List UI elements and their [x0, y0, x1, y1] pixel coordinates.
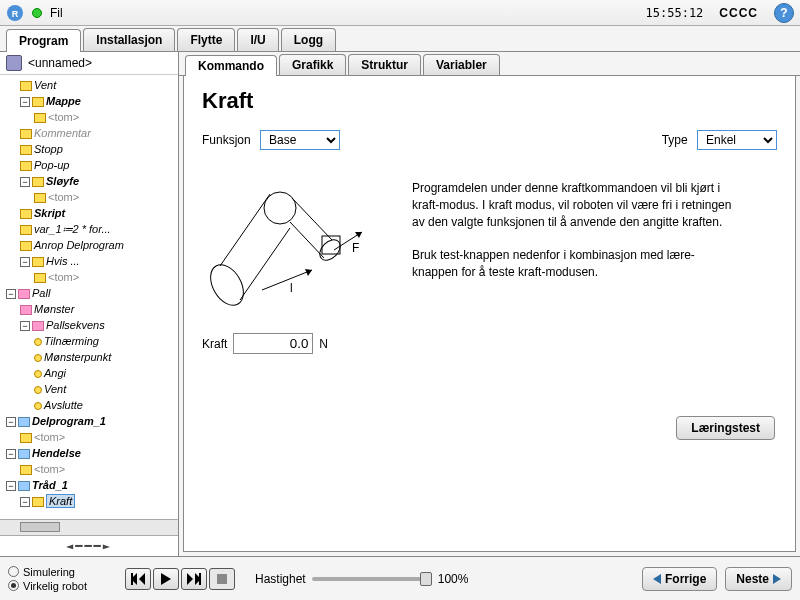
- learn-test-button[interactable]: Læringstest: [676, 416, 775, 440]
- type-select[interactable]: Enkel: [697, 130, 777, 150]
- svg-rect-23: [217, 574, 227, 584]
- sim-radio[interactable]: Simulering: [8, 566, 87, 578]
- svg-text:R: R: [12, 9, 19, 19]
- kraft-label: Kraft: [202, 337, 227, 351]
- command-panel: Kraft Funksjon Base Type Enkel: [183, 76, 796, 552]
- program-tree-sidebar: <unnamed> Vent −Mappe <tom> Kommentar St…: [0, 52, 179, 556]
- svg-rect-17: [131, 573, 133, 585]
- tab-program[interactable]: Program: [6, 29, 81, 52]
- svg-rect-22: [199, 573, 201, 585]
- tree-node-kraft: Kraft: [46, 494, 75, 508]
- sub-tabs: Kommando Grafikk Struktur Variabler: [179, 52, 800, 76]
- next-button[interactable]: Neste: [725, 567, 792, 591]
- ur-logo-icon: R: [6, 4, 24, 22]
- svg-line-3: [220, 194, 270, 266]
- funksjon-select[interactable]: Base: [260, 130, 340, 150]
- speed-label: Hastighet: [255, 572, 306, 586]
- prev-button[interactable]: Forrige: [642, 567, 717, 591]
- svg-point-2: [204, 259, 250, 311]
- speed-slider[interactable]: [312, 577, 432, 581]
- play-button[interactable]: [153, 568, 179, 590]
- kraft-input[interactable]: [233, 333, 313, 354]
- svg-text:F: F: [352, 241, 359, 255]
- clock-label: 15:55:12: [646, 6, 704, 20]
- footer-bar: Simulering Virkelig robot Hastighet 100%…: [0, 556, 800, 600]
- stop-button[interactable]: [209, 568, 235, 590]
- tree-nav-arrows[interactable]: ◄━━━►: [0, 535, 178, 556]
- svg-point-5: [264, 192, 296, 224]
- svg-line-7: [290, 222, 324, 258]
- description-text: Programdelen under denne kraftkommandoen…: [412, 180, 732, 281]
- svg-marker-20: [187, 573, 193, 585]
- svg-line-13: [262, 270, 312, 290]
- save-icon[interactable]: [6, 55, 22, 71]
- type-label: Type: [662, 133, 688, 147]
- tab-logg[interactable]: Logg: [281, 28, 336, 51]
- tab-flytte[interactable]: Flytte: [177, 28, 235, 51]
- arrow-left-icon: [653, 574, 661, 584]
- file-menu[interactable]: Fil: [50, 6, 63, 20]
- help-icon[interactable]: ?: [774, 3, 794, 23]
- funksjon-label: Funksjon: [202, 133, 251, 147]
- tab-iu[interactable]: I/U: [237, 28, 278, 51]
- main-tabs: Program Installasjon Flytte I/U Logg: [0, 26, 800, 52]
- speed-value: 100%: [438, 572, 469, 586]
- panel-title: Kraft: [202, 88, 777, 114]
- robot-diagram-icon: F l: [202, 180, 382, 320]
- subtab-grafikk[interactable]: Grafikk: [279, 54, 346, 75]
- subtab-variabler[interactable]: Variabler: [423, 54, 500, 75]
- status-indicator-icon: [32, 8, 42, 18]
- svg-marker-19: [161, 573, 171, 585]
- top-bar: R Fil 15:55:12 CCCC ?: [0, 0, 800, 26]
- svg-text:l: l: [290, 281, 293, 295]
- rewind-button[interactable]: [125, 568, 151, 590]
- program-tree[interactable]: Vent −Mappe <tom> Kommentar Stopp Pop-up…: [0, 75, 178, 519]
- arrow-right-icon: [773, 574, 781, 584]
- kraft-unit: N: [319, 337, 328, 351]
- real-radio[interactable]: Virkelig robot: [8, 580, 87, 592]
- cccc-label: CCCC: [719, 6, 758, 20]
- svg-marker-11: [355, 232, 362, 238]
- filename-label: <unnamed>: [28, 56, 92, 70]
- tab-installasjon[interactable]: Installasjon: [83, 28, 175, 51]
- svg-marker-18: [139, 573, 145, 585]
- svg-line-6: [292, 198, 332, 240]
- subtab-kommando[interactable]: Kommando: [185, 55, 277, 76]
- forward-button[interactable]: [181, 568, 207, 590]
- subtab-struktur[interactable]: Struktur: [348, 54, 421, 75]
- tree-hscrollbar[interactable]: [0, 519, 178, 535]
